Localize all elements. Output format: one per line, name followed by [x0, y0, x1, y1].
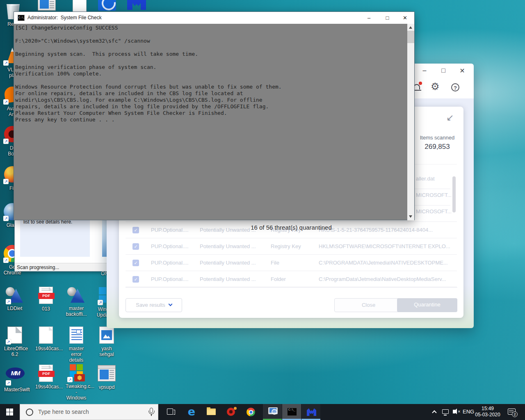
desktop-icon-19ss40cas-pdf[interactable]: PDF 19ss40cas...: [35, 364, 57, 390]
vpsupd-window-icon: [98, 365, 116, 381]
scrollbar-thumb[interactable]: [407, 31, 414, 43]
desktop-icon-013-pdf[interactable]: PDF 013: [35, 286, 57, 312]
desktop-icon-master-backoffice[interactable]: master backoffi...: [66, 286, 87, 317]
row-checkbox[interactable]: ✓: [132, 260, 139, 266]
desktop-icon-master-error-details[interactable]: master error details: [66, 326, 87, 363]
partial-row-location: MICROSOFT...: [416, 192, 451, 198]
icon-label: 19ss40cas...: [35, 384, 57, 390]
shortcut-arrow-icon: ↗: [3, 179, 9, 184]
task-view-button[interactable]: [161, 404, 180, 420]
console-line: [15, 31, 282, 38]
taskbar-driver-booster-button[interactable]: [221, 404, 241, 420]
masterswift-icon: MM: [6, 368, 25, 379]
close-button[interactable]: ✕: [458, 67, 467, 75]
desktop-icon-tweaking[interactable]: ↗ Tweaking.c... - Windows ...: [66, 364, 87, 406]
desktop-icon-malwarebytes[interactable]: [126, 0, 147, 11]
start-button[interactable]: [0, 404, 20, 420]
save-results-button[interactable]: Save results: [126, 298, 182, 312]
malwarebytes-m-icon: [307, 408, 316, 416]
icon-label: LDDiet: [4, 306, 25, 311]
cmd-icon: C:\_: [287, 408, 297, 416]
console-title-bar[interactable]: C:\. Administrator: System File Check – …: [14, 12, 414, 24]
desktop-icon-19ss40cas-doc[interactable]: 19ss40cas...: [35, 326, 57, 352]
mute-x-icon: ×: [458, 409, 460, 414]
desktop-icon-libreoffice[interactable]: ↗ LibreOffice 6.2: [4, 326, 25, 357]
taskbar-chrome-button[interactable]: [241, 404, 260, 420]
shortcut-arrow-icon: ↗: [3, 60, 9, 66]
icon-label: master error details: [66, 346, 87, 363]
console-window: C:\. Administrator: System File Check – …: [14, 11, 415, 220]
quarantine-button[interactable]: Quarantine: [397, 298, 457, 312]
image-file-icon: [99, 326, 114, 344]
maximize-button[interactable]: □: [378, 12, 397, 24]
console-title: Administrator: System File Check: [27, 15, 102, 21]
desktop-icon-masterswift[interactable]: MM↗ MasterSwift: [4, 364, 25, 393]
hidden-icons-chevron[interactable]: [432, 410, 436, 415]
blank-document-icon: [39, 326, 53, 344]
desktop-icon-document[interactable]: [69, 0, 90, 13]
console-scrollbar[interactable]: [407, 24, 414, 220]
row-separator: [414, 205, 450, 205]
clock[interactable]: 15:49 05-03-2020: [475, 406, 500, 418]
threat-location: C:\PROGRAMDATA\Jetmedia\NATIVEDESKTOPME.…: [319, 260, 454, 266]
chevron-down-icon: [168, 302, 172, 306]
window-app-icon: [38, 0, 56, 11]
icon-label: Tweaking.c... - Windows ...: [66, 383, 87, 406]
icon-label: 013: [35, 306, 57, 312]
icon-label: master backoffi...: [66, 306, 87, 317]
minimize-button[interactable]: –: [360, 12, 378, 24]
console-line: [15, 57, 282, 64]
table-scrollbar-thumb[interactable]: [452, 176, 456, 212]
threat-location: HKLM\SOFTWARE\MICROSOFT\INTERNET EXPLO..…: [319, 243, 454, 249]
desktop-icon-window-app[interactable]: [36, 0, 57, 12]
row-checkbox[interactable]: ✓: [132, 243, 139, 250]
threat-type: File: [271, 260, 314, 266]
console-line: [SC] ChangeServiceConfig SUCCESS: [15, 25, 282, 31]
threat-category: Potentially Unwanted ...: [200, 260, 261, 266]
shortcut-arrow-icon: ↗: [6, 299, 11, 304]
taskbar-scanner-app-button[interactable]: [263, 404, 282, 420]
threat-table-row[interactable]: ✓ PUP.Optional.... Potentially Unwanted …: [126, 271, 457, 287]
speaker-muted-icon[interactable]: [453, 410, 455, 413]
pdf-file-icon: PDF: [39, 287, 53, 304]
console-line: [15, 77, 282, 84]
desktop-icon-vpsupd[interactable]: vpsupd: [96, 364, 117, 390]
network-icon[interactable]: [442, 409, 449, 414]
search-input[interactable]: Type here to search: [20, 404, 158, 420]
threat-table-row[interactable]: ✓ PUP.Optional.... Potentially Unwanted …: [126, 238, 457, 254]
desktop-icon-blue-tile[interactable]: [96, 0, 118, 11]
collapse-arrow-icon[interactable]: ↙: [446, 112, 454, 123]
task-view-icon: [167, 409, 173, 415]
row-checkbox[interactable]: ✓: [132, 276, 139, 283]
settings-gear-icon[interactable]: ⚙: [431, 81, 440, 92]
scroll-down-arrow-icon[interactable]: [409, 215, 412, 218]
row-checkbox[interactable]: ✓: [132, 227, 139, 233]
console-line: [15, 44, 282, 51]
desktop-screen: Recy ↗ VLC pla ↗ Avas Ant ↗ Dr Boo ↗ Fir…: [0, 0, 525, 420]
notification-badge: 2: [512, 411, 518, 417]
desktop-icon-yash-sehgal[interactable]: yash sehgal: [96, 326, 117, 357]
maximize-button[interactable]: □: [439, 67, 448, 74]
scroll-up-arrow-icon[interactable]: [409, 26, 412, 29]
tray-date: 05-03-2020: [475, 412, 500, 418]
help-icon[interactable]: ?: [451, 83, 459, 91]
taskbar-edge-button[interactable]: e: [182, 404, 201, 420]
console-line: Beginning system scan. This process will…: [15, 51, 282, 57]
blue-tile-icon: [98, 0, 116, 11]
minimize-button[interactable]: –: [420, 67, 429, 74]
console-line: Verification 100% complete.: [15, 71, 282, 77]
console-output: [SC] ChangeServiceConfig SUCCESS F:\2020…: [14, 24, 407, 220]
taskbar-file-explorer-button[interactable]: [201, 404, 221, 420]
language-indicator[interactable]: ENG: [463, 409, 474, 415]
microphone-icon[interactable]: [150, 408, 153, 413]
items-scanned-label: Items scanned: [411, 135, 463, 141]
close-results-button[interactable]: Close: [334, 298, 403, 312]
icon-label: MasterSwift: [4, 387, 25, 393]
taskbar-cmd-button[interactable]: C:\_: [282, 404, 301, 420]
console-line: Please Restart Your Computer When System…: [15, 110, 282, 116]
taskbar-malwarebytes-button[interactable]: [301, 404, 320, 420]
close-button[interactable]: ✕: [396, 12, 414, 24]
desktop-icon-lddiet[interactable]: ↗ LDDiet: [4, 286, 25, 311]
icon-label: 19ss40cas...: [35, 346, 57, 352]
threat-table-row[interactable]: ✓ PUP.Optional.... Potentially Unwanted …: [126, 254, 457, 271]
